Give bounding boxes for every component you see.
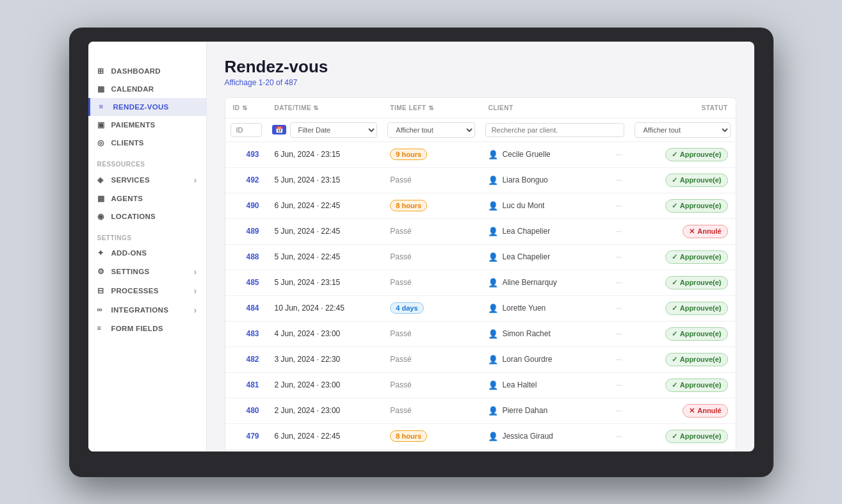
nav-item-formfields[interactable]: ≡ FORM FIELDS xyxy=(88,320,206,337)
cell-status: ✓ Approuve(e) xyxy=(629,423,735,449)
tag-icon: ◈ xyxy=(97,175,106,184)
check-icon: ✓ xyxy=(672,381,677,389)
layers-icon: ≡ xyxy=(97,324,106,333)
col-header-statut[interactable]: STATUT xyxy=(629,98,735,118)
check-icon: ✓ xyxy=(672,355,677,364)
table-row: 4906 Jun, 2024 · 22:458 hours👤Luc du Mon… xyxy=(225,193,736,218)
col-header-timeleft[interactable]: TIME LEFT ⇅ xyxy=(382,98,480,118)
appointments-table-container: ID ⇅ DATE/TIME ⇅ TIME LEFT ⇅ CLIENT xyxy=(225,97,736,451)
cell-timeleft: Passé xyxy=(382,398,480,423)
row-actions-button[interactable]: ··· xyxy=(615,355,622,364)
client-name: Lea Chapelier xyxy=(502,252,550,261)
client-name: Simon Rachet xyxy=(502,329,550,338)
person-icon: 👤 xyxy=(488,278,498,288)
row-actions-button[interactable]: ··· xyxy=(615,252,622,261)
cell-client: 👤Liara Bonguo··· xyxy=(480,167,629,193)
cell-status: ✓ Approuve(e) xyxy=(629,270,735,295)
cell-id[interactable]: 493 xyxy=(225,142,267,167)
filter-time-select[interactable]: Afficher tout xyxy=(387,122,475,138)
filter-date-select[interactable]: Filter Date xyxy=(290,122,378,138)
col-header-id[interactable]: ID ⇅ xyxy=(225,98,267,118)
row-actions-button[interactable]: ··· xyxy=(615,406,622,415)
cell-status: ✓ Approuve(e) xyxy=(629,167,735,193)
client-name: Loran Gourdre xyxy=(502,355,552,364)
status-badge: ✓ Approuve(e) xyxy=(665,250,728,264)
nav-item-dashboard[interactable]: ⊞ DASHBOARD xyxy=(88,62,206,80)
cell-id[interactable]: 488 xyxy=(225,244,267,270)
gear-icon: ⚙ xyxy=(97,267,106,276)
cell-datetime: 2 Jun, 2024 · 23:00 xyxy=(267,398,383,423)
timeleft-badge: 8 hours xyxy=(390,430,427,442)
nav-item-processes[interactable]: ⊟ PROCESSES xyxy=(88,281,206,300)
row-actions-button[interactable]: ··· xyxy=(615,380,622,389)
filter-id-cell xyxy=(225,118,267,142)
cell-client: 👤Lea Haltel··· xyxy=(480,372,629,398)
col-header-datetime[interactable]: DATE/TIME ⇅ xyxy=(267,98,383,118)
person-icon: 👤 xyxy=(488,380,498,390)
table-row: 48410 Jun, 2024 · 22:454 days👤Lorette Yu… xyxy=(225,295,736,321)
cell-id[interactable]: 483 xyxy=(225,321,267,346)
cell-datetime: 4 Jun, 2024 · 23:00 xyxy=(267,321,383,346)
cell-timeleft: Passé xyxy=(382,346,480,372)
sidebar-logo xyxy=(88,49,206,62)
person-icon: 👤 xyxy=(488,252,498,262)
nav-item-calendar[interactable]: ▦ CALENDAR xyxy=(88,80,206,98)
cell-id[interactable]: 485 xyxy=(225,270,267,295)
row-actions-button[interactable]: ··· xyxy=(615,432,622,441)
cell-id[interactable]: 482 xyxy=(225,346,267,372)
cell-id[interactable]: 478 xyxy=(225,449,267,451)
status-badge: ✓ Approuve(e) xyxy=(665,302,728,315)
timeleft-badge: 8 hours xyxy=(390,200,427,211)
nav-item-services[interactable]: ◈ SERVICES xyxy=(88,170,206,190)
cell-id[interactable]: 479 xyxy=(225,423,267,449)
filter-id-input[interactable] xyxy=(231,123,262,137)
main-content: Rendez-vous Affichage 1-20 of 487 ID ⇅ D… xyxy=(207,42,754,451)
laptop-shell: ⊞ DASHBOARD ▦ CALENDAR ≡ RENDEZ-VOUS ▣ P… xyxy=(69,28,773,477)
col-header-client[interactable]: CLIENT xyxy=(480,98,629,118)
row-actions-button[interactable]: ··· xyxy=(615,329,622,338)
cell-id[interactable]: 492 xyxy=(225,167,267,193)
cell-client: 👤Cecile Gruelle··· xyxy=(480,142,629,167)
check-icon: ✓ xyxy=(672,304,677,313)
processes-icon: ⊟ xyxy=(97,286,106,295)
table-row: 4925 Jun, 2024 · 23:15Passé👤Liara Bonguo… xyxy=(225,167,736,193)
nav-item-agents[interactable]: ▦ AGENTS xyxy=(88,190,206,207)
person-icon: 👤 xyxy=(488,355,498,364)
row-actions-button[interactable]: ··· xyxy=(615,201,622,210)
cell-datetime: 2 Jun, 2024 · 22:30 xyxy=(267,449,383,451)
table-row: 4936 Jun, 2024 · 23:159 hours👤Cecile Gru… xyxy=(225,142,736,167)
filter-status-cell: Afficher tout xyxy=(629,118,735,142)
cell-id[interactable]: 490 xyxy=(225,193,267,218)
cell-client: 👤Lea Chapelier··· xyxy=(480,218,629,244)
row-actions-button[interactable]: ··· xyxy=(615,278,622,287)
cell-id[interactable]: 481 xyxy=(225,372,267,398)
row-actions-button[interactable]: ··· xyxy=(615,227,622,236)
filter-status-select[interactable]: Afficher tout xyxy=(635,122,730,138)
cell-id[interactable]: 489 xyxy=(225,218,267,244)
table-row: 4812 Jun, 2024 · 23:00Passé👤Lea Haltel··… xyxy=(225,372,736,398)
nav-item-clients[interactable]: ◎ CLIENTS xyxy=(88,134,206,152)
status-badge: ✓ Approuve(e) xyxy=(665,378,728,392)
cell-timeleft: Passé xyxy=(382,244,480,270)
person-icon: 👤 xyxy=(488,304,498,313)
person-icon: 👤 xyxy=(488,406,498,416)
nav-item-locations[interactable]: ◉ LOCATIONS xyxy=(88,207,206,225)
row-actions-button[interactable]: ··· xyxy=(615,304,622,313)
nav-item-rendezvous[interactable]: ≡ RENDEZ-VOUS xyxy=(88,98,206,116)
cell-id[interactable]: 484 xyxy=(225,295,267,321)
nav-item-settings[interactable]: ⚙ SETTINGS xyxy=(88,262,206,281)
row-actions-button[interactable]: ··· xyxy=(615,150,622,159)
status-badge: ✓ Approuve(e) xyxy=(665,327,728,341)
nav-item-integrations[interactable]: ∞ INTEGRATIONS xyxy=(88,300,206,320)
table-row: 4823 Jun, 2024 · 22:30Passé👤Loran Gourdr… xyxy=(225,346,736,372)
nav-item-addons[interactable]: ✦ ADD-ONS xyxy=(88,244,206,262)
filter-client-input[interactable] xyxy=(485,123,624,137)
cell-id[interactable]: 480 xyxy=(225,398,267,423)
cell-timeleft: 9 hours xyxy=(382,142,480,167)
row-actions-button[interactable]: ··· xyxy=(615,175,622,184)
status-badge: ✓ Approuve(e) xyxy=(665,174,728,187)
nav-item-paiements[interactable]: ▣ PAIEMENTS xyxy=(88,116,206,134)
cell-client: 👤Pierre Dahan··· xyxy=(480,398,629,423)
table-row: 4895 Jun, 2024 · 22:45Passé👤Lea Chapelie… xyxy=(225,218,736,244)
client-name: Cecile Gruelle xyxy=(502,150,550,159)
